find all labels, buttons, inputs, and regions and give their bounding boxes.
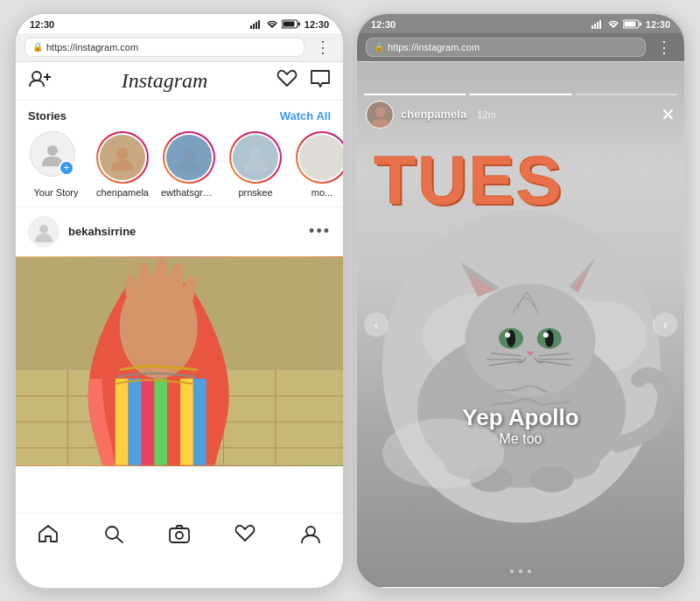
- ig-topnav-right: [276, 69, 331, 93]
- camera-icon: [169, 524, 190, 543]
- svg-point-11: [116, 148, 129, 160]
- url-bar-left[interactable]: 🔒 https://instagram.com: [24, 38, 304, 57]
- avatar-face4-icon: [309, 144, 335, 171]
- left-phone: 12:30: [14, 12, 345, 590]
- story-ring-prnskee: [229, 131, 282, 184]
- camera-nav-button[interactable]: [160, 522, 199, 550]
- ig-bottom-nav: [16, 513, 343, 559]
- watch-all-button[interactable]: Watch All: [280, 109, 331, 122]
- story-nav-right-button[interactable]: ›: [653, 312, 677, 337]
- svg-rect-39: [597, 22, 598, 29]
- svg-point-15: [39, 225, 48, 234]
- svg-point-54: [545, 329, 554, 346]
- instagram-app: Instagram Stories: [16, 62, 343, 559]
- story-user-avatar[interactable]: [366, 101, 394, 129]
- story-item-your-story[interactable]: + Your Story: [28, 131, 84, 198]
- wifi-icon-right: [607, 20, 620, 29]
- status-time-left: 12:30: [30, 19, 54, 30]
- svg-point-69: [375, 107, 386, 117]
- stories-row: + Your Story: [16, 128, 343, 207]
- avatar-face3-icon: [242, 144, 269, 171]
- signal-icon-right: [592, 20, 604, 29]
- battery-time-left: 12:30: [304, 19, 329, 30]
- story-item-chenpamela[interactable]: chenpamela: [94, 131, 150, 198]
- search-icon: [103, 524, 124, 543]
- chenpamela-avatar-wrap: [96, 131, 149, 184]
- browser-menu-right[interactable]: ⋮: [653, 38, 676, 57]
- story-item-ewthatsgross[interactable]: ewthatsgross: [161, 131, 217, 198]
- your-story-avatar-wrap: +: [30, 131, 82, 184]
- url-bar-right[interactable]: 🔒 https://instagram.com: [366, 38, 646, 57]
- post-username: bekahsirrine: [68, 225, 300, 238]
- browser-menu-left[interactable]: ⋮: [312, 38, 334, 57]
- message-nav-icon[interactable]: [310, 69, 331, 93]
- svg-rect-3: [258, 20, 260, 29]
- post-avatar-icon: [33, 221, 54, 242]
- svg-point-14: [316, 148, 328, 160]
- svg-point-13: [249, 148, 262, 160]
- svg-rect-5: [283, 22, 294, 27]
- lock-icon-left: 🔒: [32, 42, 43, 52]
- story-viewer-container: chenpamela 12m ✕ TUES Yep Apollo Me too …: [357, 62, 684, 587]
- story-dot-1: [510, 570, 514, 573]
- svg-point-53: [507, 329, 515, 346]
- battery-icon: [282, 19, 301, 29]
- svg-rect-37: [592, 25, 593, 29]
- chenpamela-label: chenpamela: [96, 187, 149, 198]
- svg-point-67: [530, 465, 574, 492]
- search-nav-button[interactable]: [94, 522, 133, 550]
- svg-rect-2: [256, 22, 257, 29]
- progress-seg-2: [469, 94, 571, 95]
- message-icon: [310, 69, 331, 88]
- home-nav-button[interactable]: [29, 522, 67, 550]
- story-dot-2: [519, 570, 522, 573]
- heart-nav-icon[interactable]: [276, 69, 298, 93]
- chenpamela-avatar: [100, 135, 145, 180]
- svg-rect-43: [640, 23, 641, 26]
- story-topbar: chenpamela 12m ✕: [366, 101, 676, 129]
- post-more-button[interactable]: •••: [309, 222, 331, 241]
- story-caption: Yep Apollo Me too: [357, 404, 684, 447]
- more-avatar-wrap: [296, 131, 343, 184]
- story-ring-more: [296, 131, 343, 184]
- svg-rect-6: [298, 23, 300, 26]
- ewthatsgross-avatar-wrap: [163, 131, 215, 184]
- story-user-avatar-icon: [367, 101, 394, 129]
- browser-bar-right: 🔒 https://instagram.com ⋮: [357, 33, 684, 62]
- svg-point-36: [306, 527, 315, 535]
- signal-icon: [250, 20, 262, 29]
- post-avatar-bekah[interactable]: [28, 216, 60, 248]
- add-user-icon: [28, 69, 52, 88]
- svg-point-56: [543, 332, 549, 337]
- story-close-button[interactable]: ✕: [661, 104, 676, 125]
- svg-point-35: [176, 532, 183, 539]
- story-nav-left-button[interactable]: ‹: [364, 312, 388, 337]
- story-caption-main: Yep Apollo: [357, 404, 684, 431]
- story-plus-icon: +: [59, 160, 74, 176]
- status-bar-left: 12:30: [16, 14, 343, 33]
- browser-bar-left: 🔒 https://instagram.com ⋮: [16, 33, 343, 62]
- avatar-face2-icon: [176, 144, 202, 171]
- battery-time-right: 12:30: [646, 19, 670, 30]
- browser-url-right: https://instagram.com: [388, 42, 638, 52]
- feed-post-header: bekahsirrine •••: [16, 207, 343, 256]
- prnskee-label: prnskee: [238, 187, 272, 198]
- story-item-more[interactable]: mo...: [294, 131, 343, 198]
- heart-nav-icon: [234, 524, 256, 543]
- story-caption-sub: Me too: [357, 431, 684, 447]
- profile-nav-button[interactable]: [291, 522, 330, 550]
- progress-seg-3: [575, 94, 677, 95]
- avatar-face-icon: [109, 144, 136, 171]
- story-item-prnskee[interactable]: prnskee: [228, 131, 284, 198]
- status-bar-right: 12:30 12:30: [357, 14, 684, 33]
- profile-icon: [300, 524, 321, 543]
- svg-rect-1: [253, 24, 255, 29]
- story-bottom-dots: [357, 570, 684, 573]
- more-label: mo...: [312, 187, 332, 198]
- post-image-svg: [16, 256, 343, 466]
- add-user-button[interactable]: [28, 69, 52, 93]
- post-image: [16, 256, 343, 466]
- svg-point-55: [505, 332, 510, 337]
- heart-nav-button[interactable]: [226, 522, 264, 550]
- browser-url-left: https://instagram.com: [46, 42, 297, 52]
